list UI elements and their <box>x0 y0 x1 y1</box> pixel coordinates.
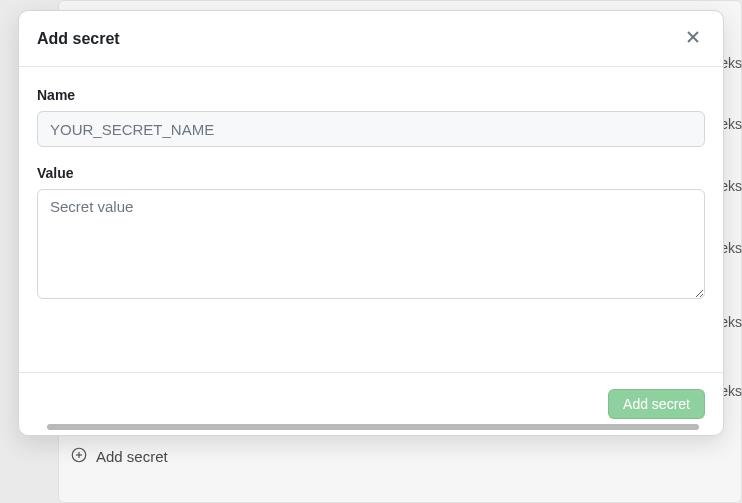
horizontal-scrollbar[interactable] <box>47 424 699 430</box>
background-add-secret-link[interactable]: Add secret <box>70 446 168 467</box>
name-input[interactable] <box>37 111 705 147</box>
close-button[interactable] <box>681 25 705 52</box>
dialog-body: Name Value <box>19 67 723 372</box>
dialog-title: Add secret <box>37 30 120 48</box>
name-label: Name <box>37 87 705 103</box>
plus-circle-icon <box>70 446 88 467</box>
value-label: Value <box>37 165 705 181</box>
background-add-secret-label: Add secret <box>96 448 168 465</box>
value-textarea[interactable] <box>37 189 705 299</box>
dialog-header: Add secret <box>19 11 723 67</box>
close-icon <box>685 29 701 48</box>
add-secret-dialog: Add secret Name Value Add secret <box>18 10 724 436</box>
add-secret-button[interactable]: Add secret <box>608 389 705 419</box>
